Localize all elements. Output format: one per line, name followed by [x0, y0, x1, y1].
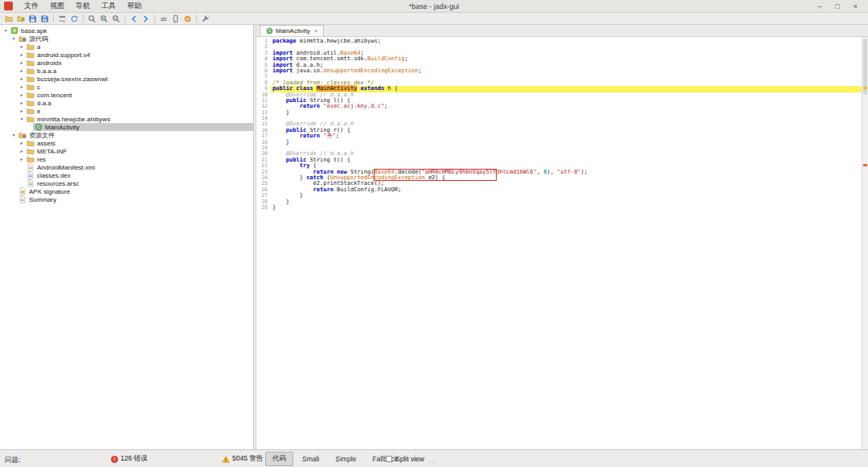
menu-文件[interactable]: 文件	[18, 0, 44, 12]
expand-icon[interactable]: ▸	[18, 59, 25, 67]
expand-icon[interactable]: ▸	[18, 75, 25, 83]
tree-item-a[interactable]: ▸a	[0, 43, 253, 51]
tree-item-content: Summary	[17, 195, 253, 203]
settings-button[interactable]	[199, 13, 211, 24]
expand-icon[interactable]: ▸	[18, 155, 25, 163]
export-button[interactable]	[39, 13, 51, 24]
collapse-icon[interactable]: ▾	[10, 35, 17, 43]
collapse-icon[interactable]: ▾	[18, 115, 25, 123]
package-icon	[27, 67, 35, 75]
code-line[interactable]: 28 }	[256, 199, 862, 205]
bottom-tab-Smali[interactable]: Smali	[295, 453, 326, 465]
tree-item-content: resources.arsc	[25, 179, 253, 187]
code-text	[271, 116, 862, 121]
tree-item-minmtta.hewjcbe.ahibyws[interactable]: ▾minmtta.hewjcbe.ahibyws	[0, 115, 253, 123]
device-button[interactable]	[170, 13, 182, 24]
tree-item-resources.arsc[interactable]: resources.arsc	[0, 179, 253, 187]
tree-item-base.apk[interactable]: ▾Abase.apk	[0, 27, 253, 35]
expand-icon[interactable]: ▸	[18, 43, 25, 51]
code-line[interactable]: 27 }	[256, 193, 862, 199]
tab-mainactivity[interactable]: C MainActivity ×	[260, 25, 324, 36]
bottom-tab-代码[interactable]: 代码	[265, 452, 293, 466]
code-line[interactable]: 1package minmtta.hewjcbe.ahibyws;	[256, 39, 862, 44]
code-token: java.io.	[297, 68, 324, 74]
warnings-indicator[interactable]: 5045 警告	[222, 454, 263, 464]
tree-item-c[interactable]: ▸c	[0, 83, 253, 91]
forward-button[interactable]	[140, 13, 152, 24]
bottom-tab-Simple[interactable]: Simple	[328, 453, 363, 465]
maximize-button[interactable]: □	[835, 1, 839, 12]
toolbar-separator	[125, 14, 125, 23]
expand-icon[interactable]: ▸	[18, 99, 25, 107]
collapse-icon[interactable]: ▾	[10, 131, 17, 139]
log-viewer-button[interactable]	[182, 13, 194, 24]
tree-item-e[interactable]: ▸e	[0, 107, 253, 115]
tree-item-MainActivity[interactable]: CMainActivity	[0, 123, 253, 131]
collapse-icon[interactable]: ▾	[2, 27, 9, 35]
code-line[interactable]: 4import com.tencent.smtt.sdk.BuildConfig…	[256, 56, 862, 62]
tree-item-android.support.v4[interactable]: ▸android.support.v4	[0, 51, 253, 59]
tree-item-Summary[interactable]: Summary	[0, 195, 253, 203]
code-token: import	[272, 68, 297, 74]
reload-button[interactable]	[68, 13, 80, 24]
code-line[interactable]: 21 public String t() {	[256, 158, 862, 163]
minimize-button[interactable]: –	[817, 1, 821, 12]
tree-item-bccsejw.sxexrix.zaswnwt[interactable]: ▸bccsejw.sxexrix.zaswnwt	[0, 75, 253, 83]
code-line[interactable]: 6import java.io.UnsupportedEncodingExcep…	[256, 68, 862, 74]
code-line[interactable]: 26 return BuildConfig.FLAVOR;	[256, 187, 862, 193]
open-file-button[interactable]	[2, 13, 14, 24]
tree-item-源代码[interactable]: ▾源代码	[0, 35, 253, 43]
tree-item-classes.dex[interactable]: classes.dex	[0, 171, 253, 179]
code-line[interactable]: 18 }	[256, 140, 862, 145]
errors-indicator[interactable]: ! 126 错误	[111, 454, 148, 464]
scroll-mark	[863, 87, 867, 89]
deobfuscation-button[interactable]: ab	[158, 13, 170, 24]
tree-item-com.tencent[interactable]: ▸com.tencent	[0, 91, 253, 99]
jadx-logo-icon	[4, 2, 13, 10]
class-search-button[interactable]	[98, 13, 110, 24]
tree-item-androidx[interactable]: ▸androidx	[0, 59, 253, 67]
comment-search-button[interactable]	[110, 13, 122, 24]
save-all-button[interactable]	[27, 13, 39, 24]
menu-工具[interactable]: 工具	[96, 0, 121, 12]
add-files-button[interactable]	[14, 13, 27, 24]
tree-item-APK signature[interactable]: APK signature	[0, 187, 253, 195]
code-line[interactable]: 12 return "exec.acj.kny.d.c";	[256, 104, 862, 109]
tree-item-content: 资源文件	[17, 131, 253, 140]
svg-text:ab: ab	[161, 16, 167, 22]
code-token: package	[272, 38, 300, 44]
tree-item-AndroidManifest.xml[interactable]: AndroidManifest.xml	[0, 163, 253, 171]
flatten-packages-button[interactable]	[56, 13, 68, 24]
text-search-button[interactable]	[86, 13, 98, 24]
tree-item-res[interactable]: ▸res	[0, 155, 253, 163]
menu-视图[interactable]: 视图	[44, 0, 70, 12]
code-line[interactable]: 13 }	[256, 110, 862, 116]
expand-icon[interactable]: ▸	[18, 83, 25, 91]
menu-导航[interactable]: 导航	[70, 0, 96, 12]
expand-icon[interactable]: ▸	[18, 51, 25, 59]
menu-帮助[interactable]: 帮助	[121, 0, 147, 12]
close-button[interactable]: ×	[854, 1, 858, 12]
tree-item-b.a.a.a[interactable]: ▸b.a.a.a	[0, 67, 253, 75]
expand-icon[interactable]: ▸	[18, 139, 25, 147]
back-button[interactable]	[128, 13, 140, 24]
tree-item-content: minmtta.hewjcbe.ahibyws	[25, 115, 253, 123]
code-line[interactable]: 16 public String r() {	[256, 128, 862, 133]
back-icon	[129, 14, 138, 23]
tree-item-d.a.a[interactable]: ▸d.a.a	[0, 99, 253, 107]
tree-item-assets[interactable]: ▸assets	[0, 139, 253, 147]
tree-item-资源文件[interactable]: ▾资源文件	[0, 131, 253, 139]
expand-icon[interactable]: ▸	[18, 147, 25, 155]
expand-icon[interactable]: ▸	[18, 67, 25, 75]
tree-item-META-INF[interactable]: ▸META-INF	[0, 147, 253, 155]
editor-scrollbar[interactable]	[862, 37, 868, 449]
expand-icon[interactable]: ▸	[18, 107, 25, 115]
code-token: UnsupportedEncodingException	[323, 68, 418, 74]
code-line[interactable]: 17 return "丹";	[256, 133, 862, 139]
expand-icon[interactable]: ▸	[18, 91, 25, 99]
tree-item-label: bccsejw.sxexrix.zaswnwt	[37, 76, 108, 83]
tab-close-icon[interactable]: ×	[314, 27, 318, 35]
split-view-toggle[interactable]: Split view	[386, 455, 424, 463]
code-token: ;	[404, 55, 407, 62]
code-line[interactable]: 29}	[256, 205, 862, 211]
